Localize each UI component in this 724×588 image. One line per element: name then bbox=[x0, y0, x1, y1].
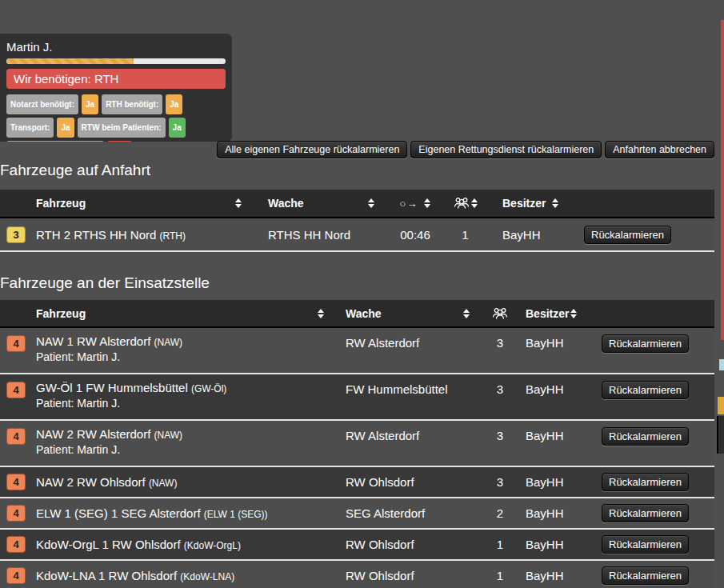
vehicle-column-header[interactable]: Fahrzeug bbox=[32, 300, 336, 326]
recall-own-ems-button[interactable]: Eigenen Rettungsdienst rückalarmieren bbox=[410, 141, 602, 158]
vehicle-column-header[interactable]: Fahrzeug bbox=[32, 190, 264, 217]
owner-column-header[interactable]: Besitzer bbox=[516, 300, 600, 326]
patient-name: Martin J. bbox=[6, 40, 226, 54]
table-row: 4 NAW 1 RW Alsterdorf (NAW) Patient: Mar… bbox=[0, 328, 714, 374]
crew-count: 1 bbox=[484, 561, 516, 588]
patient-line: Patient: Martin J. bbox=[36, 397, 120, 410]
patient-progressbar bbox=[6, 58, 226, 64]
vehicle-link[interactable]: KdoW-LNA 1 RW Ohlsdorf (KdoW-LNA) bbox=[36, 569, 234, 582]
patient-status-badges: Notarzt benötigt:JaRTH benötigt:JaTransp… bbox=[6, 93, 226, 142]
cancel-approaches-button[interactable]: Anfahrten abbrechen bbox=[605, 141, 714, 158]
table-row: 4 KdoW-LNA 1 RW Ohlsdorf (KdoW-LNA) RW O… bbox=[0, 561, 714, 588]
recall-vehicle-button[interactable]: Rückalarmieren bbox=[602, 504, 689, 522]
action-column-header bbox=[600, 300, 714, 326]
badge-label: RTW beim Patienten: bbox=[78, 118, 166, 138]
vehicle-link[interactable]: ELW 1 (SEG) 1 SEG Alsterdorf (ELW 1 (SEG… bbox=[36, 506, 268, 520]
crew-count: 3 bbox=[484, 374, 516, 419]
recall-vehicle-button[interactable]: Rückalarmieren bbox=[602, 473, 689, 491]
owner-link[interactable]: BayHH bbox=[484, 218, 576, 250]
enroute-table: Fahrzeug Wache ○→ bbox=[0, 190, 714, 252]
station-column-header[interactable]: Wache bbox=[336, 300, 484, 326]
table-row: 3 RTH 2 RTHS HH Nord (RTH) RTHS HH Nord … bbox=[0, 218, 714, 252]
vehicle-status-badge: 4 bbox=[6, 567, 26, 584]
table-row: 4 GW-Öl 1 FW Hummelsbüttel (GW-Öl) Patie… bbox=[0, 374, 714, 421]
sort-icon[interactable] bbox=[570, 309, 577, 318]
crew-count: 2 bbox=[484, 498, 516, 528]
cutoff-blue-strip bbox=[719, 359, 724, 370]
onscene-table-header: Fahrzeug Wache Besitzer bbox=[0, 300, 714, 328]
station-column-label: Wache bbox=[268, 197, 304, 210]
recall-vehicle-button[interactable]: Rückalarmieren bbox=[602, 566, 689, 585]
sort-icon[interactable] bbox=[552, 198, 558, 208]
badge-value: Ja bbox=[169, 118, 186, 138]
eta-value: 00:46 bbox=[384, 218, 446, 250]
owner-link[interactable]: BayHH bbox=[516, 498, 600, 528]
vehicle-link[interactable]: RTH 2 RTHS HH Nord (RTH) bbox=[36, 228, 186, 242]
station-link[interactable]: FW Hummelsbüttel bbox=[336, 374, 484, 419]
crew-count: 3 bbox=[484, 421, 516, 466]
vehicle-link[interactable]: NAW 2 RW Alsterdorf (NAW) bbox=[36, 427, 182, 441]
recall-vehicle-button[interactable]: Rückalarmieren bbox=[602, 535, 689, 554]
recall-vehicle-button[interactable]: Rückalarmieren bbox=[602, 381, 689, 399]
station-column-header[interactable]: Wache bbox=[264, 190, 384, 217]
owner-column-header[interactable]: Besitzer bbox=[484, 190, 576, 217]
action-column-header bbox=[576, 190, 714, 217]
vehicle-status-badge: 4 bbox=[6, 536, 26, 553]
vehicle-status-badge: 3 bbox=[6, 226, 26, 243]
station-link[interactable]: SEG Alsterdorf bbox=[336, 498, 484, 528]
owner-link[interactable]: BayHH bbox=[516, 328, 600, 373]
vehicle-link[interactable]: NAW 1 RW Alsterdorf (NAW) bbox=[36, 334, 182, 348]
owner-link[interactable]: BayHH bbox=[516, 467, 600, 497]
recall-all-own-vehicles-button[interactable]: Alle eigenen Fahrzeuge rückalarmieren bbox=[217, 141, 407, 158]
badge-value: Nein bbox=[107, 141, 133, 142]
cutoff-dark-box bbox=[717, 416, 724, 454]
owner-link[interactable]: BayHH bbox=[516, 421, 600, 466]
patient-line: Patient: Martin J. bbox=[36, 350, 120, 363]
table-row: 4 ELW 1 (SEG) 1 SEG Alsterdorf (ELW 1 (S… bbox=[0, 498, 714, 530]
station-link[interactable]: RW Alsterdorf bbox=[336, 421, 484, 466]
crew-column-header[interactable] bbox=[484, 300, 516, 326]
vehicle-status-badge: 4 bbox=[6, 335, 26, 352]
owner-link[interactable]: BayHH bbox=[516, 530, 600, 559]
patient-line: Patient: Martin J. bbox=[36, 443, 120, 456]
route-arrow-icon: ○→ bbox=[400, 198, 418, 210]
sort-icon[interactable] bbox=[471, 198, 478, 208]
vehicle-column-label: Fahrzeug bbox=[36, 197, 86, 210]
station-link[interactable]: RW Ohlsdorf bbox=[336, 467, 484, 497]
table-row: 4 KdoW-OrgL 1 RW Ohlsdorf (KdoW-OrgL) RW… bbox=[0, 530, 714, 561]
crew-count: 3 bbox=[484, 467, 516, 497]
sort-icon[interactable] bbox=[424, 198, 430, 208]
vehicle-column-label: Fahrzeug bbox=[36, 307, 86, 320]
recall-vehicle-button[interactable]: Rückalarmieren bbox=[602, 427, 689, 446]
recall-vehicle-button[interactable]: Rückalarmieren bbox=[602, 334, 689, 353]
recall-vehicle-button[interactable]: Rückalarmieren bbox=[584, 226, 671, 244]
vehicle-link[interactable]: GW-Öl 1 FW Hummelsbüttel (GW-Öl) bbox=[36, 381, 226, 394]
sort-icon[interactable] bbox=[318, 309, 324, 318]
sort-icon[interactable] bbox=[463, 309, 470, 318]
station-link[interactable]: RW Ohlsdorf bbox=[336, 530, 484, 559]
sort-icon[interactable] bbox=[368, 198, 374, 208]
eta-column-header[interactable]: ○→ bbox=[384, 190, 446, 217]
patient-progress-fill bbox=[6, 58, 134, 64]
sort-icon[interactable] bbox=[235, 198, 242, 208]
crew-count-icon bbox=[454, 197, 470, 210]
badge-value: Ja bbox=[166, 94, 182, 114]
station-link[interactable]: RW Ohlsdorf bbox=[336, 561, 484, 588]
mission-window: Martin J. Wir benötigen: RTH Notarzt ben… bbox=[0, 0, 724, 588]
cutoff-red-strip bbox=[721, 20, 724, 340]
owner-link[interactable]: BayHH bbox=[516, 374, 600, 419]
owner-link[interactable]: BayHH bbox=[516, 561, 600, 588]
vehicle-link[interactable]: NAW 2 RW Ohlsdorf (NAW) bbox=[36, 475, 177, 489]
station-link[interactable]: RTHS HH Nord bbox=[264, 218, 384, 250]
crew-column-header[interactable] bbox=[446, 190, 484, 217]
owner-column-label: Besitzer bbox=[526, 307, 569, 320]
station-column-label: Wache bbox=[346, 307, 382, 320]
vehicle-status-badge: 4 bbox=[6, 505, 26, 522]
vehicle-link[interactable]: KdoW-OrgL 1 RW Ohlsdorf (KdoW-OrgL) bbox=[36, 538, 241, 551]
owner-column-label: Besitzer bbox=[502, 197, 546, 210]
badge-label: Transport: bbox=[6, 118, 54, 138]
station-link[interactable]: RW Alsterdorf bbox=[336, 328, 484, 373]
table-row: 4 NAW 2 RW Ohlsdorf (NAW) RW Ohlsdorf 3 … bbox=[0, 467, 714, 498]
crew-count-icon bbox=[492, 307, 508, 320]
vehicle-status-badge: 4 bbox=[6, 382, 26, 398]
